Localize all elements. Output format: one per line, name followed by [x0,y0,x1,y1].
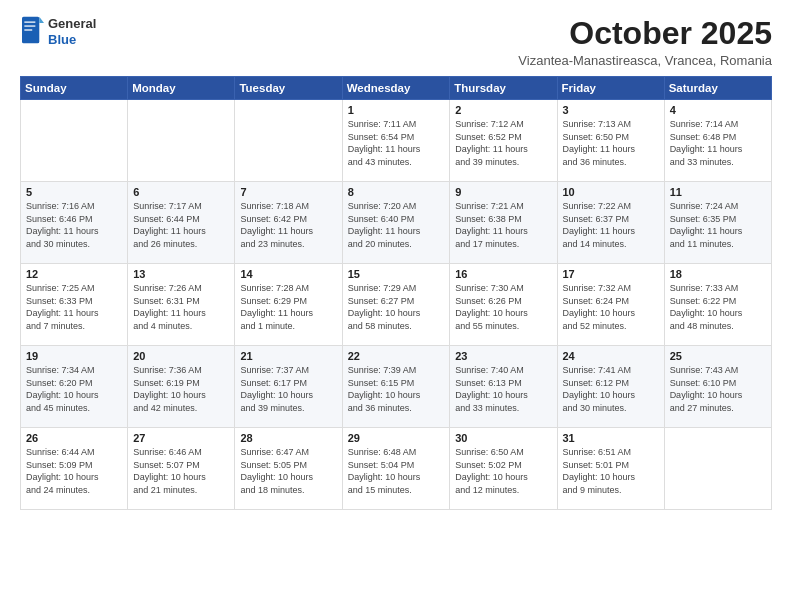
day-info: Sunrise: 7:33 AM Sunset: 6:22 PM Dayligh… [670,282,766,332]
svg-rect-2 [24,21,35,23]
day-number: 8 [348,186,445,198]
day-number: 24 [563,350,659,362]
day-number: 18 [670,268,766,280]
col-tuesday: Tuesday [235,77,342,100]
day-info: Sunrise: 7:26 AM Sunset: 6:31 PM Dayligh… [133,282,229,332]
calendar-cell: 20Sunrise: 7:36 AM Sunset: 6:19 PM Dayli… [128,346,235,428]
day-info: Sunrise: 7:25 AM Sunset: 6:33 PM Dayligh… [26,282,122,332]
day-info: Sunrise: 7:41 AM Sunset: 6:12 PM Dayligh… [563,364,659,414]
calendar-cell: 16Sunrise: 7:30 AM Sunset: 6:26 PM Dayli… [450,264,557,346]
svg-rect-3 [24,25,35,27]
day-number: 29 [348,432,445,444]
calendar-cell: 15Sunrise: 7:29 AM Sunset: 6:27 PM Dayli… [342,264,450,346]
calendar-cell: 31Sunrise: 6:51 AM Sunset: 5:01 PM Dayli… [557,428,664,510]
calendar-cell: 4Sunrise: 7:14 AM Sunset: 6:48 PM Daylig… [664,100,771,182]
day-number: 4 [670,104,766,116]
day-number: 31 [563,432,659,444]
calendar-cell: 2Sunrise: 7:12 AM Sunset: 6:52 PM Daylig… [450,100,557,182]
day-number: 7 [240,186,336,198]
calendar-cell: 28Sunrise: 6:47 AM Sunset: 5:05 PM Dayli… [235,428,342,510]
calendar-cell: 29Sunrise: 6:48 AM Sunset: 5:04 PM Dayli… [342,428,450,510]
day-number: 11 [670,186,766,198]
calendar-cell: 19Sunrise: 7:34 AM Sunset: 6:20 PM Dayli… [21,346,128,428]
day-number: 26 [26,432,122,444]
day-number: 16 [455,268,551,280]
day-info: Sunrise: 7:24 AM Sunset: 6:35 PM Dayligh… [670,200,766,250]
calendar-cell: 17Sunrise: 7:32 AM Sunset: 6:24 PM Dayli… [557,264,664,346]
week-row-3: 12Sunrise: 7:25 AM Sunset: 6:33 PM Dayli… [21,264,772,346]
day-info: Sunrise: 7:37 AM Sunset: 6:17 PM Dayligh… [240,364,336,414]
day-info: Sunrise: 6:50 AM Sunset: 5:02 PM Dayligh… [455,446,551,496]
calendar-cell: 3Sunrise: 7:13 AM Sunset: 6:50 PM Daylig… [557,100,664,182]
calendar-cell: 23Sunrise: 7:40 AM Sunset: 6:13 PM Dayli… [450,346,557,428]
calendar-cell: 9Sunrise: 7:21 AM Sunset: 6:38 PM Daylig… [450,182,557,264]
calendar-cell: 22Sunrise: 7:39 AM Sunset: 6:15 PM Dayli… [342,346,450,428]
day-info: Sunrise: 7:43 AM Sunset: 6:10 PM Dayligh… [670,364,766,414]
calendar-cell: 14Sunrise: 7:28 AM Sunset: 6:29 PM Dayli… [235,264,342,346]
logo-blue-text: Blue [48,32,76,47]
week-row-1: 1Sunrise: 7:11 AM Sunset: 6:54 PM Daylig… [21,100,772,182]
day-number: 2 [455,104,551,116]
day-number: 22 [348,350,445,362]
day-number: 13 [133,268,229,280]
day-number: 19 [26,350,122,362]
calendar-cell: 1Sunrise: 7:11 AM Sunset: 6:54 PM Daylig… [342,100,450,182]
logo: General Blue [20,16,96,48]
day-number: 17 [563,268,659,280]
header: General Blue October 2025 Vizantea-Manas… [20,16,772,68]
calendar-cell: 11Sunrise: 7:24 AM Sunset: 6:35 PM Dayli… [664,182,771,264]
calendar-cell: 30Sunrise: 6:50 AM Sunset: 5:02 PM Dayli… [450,428,557,510]
col-friday: Friday [557,77,664,100]
day-info: Sunrise: 7:36 AM Sunset: 6:19 PM Dayligh… [133,364,229,414]
day-info: Sunrise: 7:30 AM Sunset: 6:26 PM Dayligh… [455,282,551,332]
day-info: Sunrise: 7:22 AM Sunset: 6:37 PM Dayligh… [563,200,659,250]
logo-general-text: General [48,16,96,31]
day-info: Sunrise: 7:29 AM Sunset: 6:27 PM Dayligh… [348,282,445,332]
day-info: Sunrise: 7:17 AM Sunset: 6:44 PM Dayligh… [133,200,229,250]
calendar-cell [21,100,128,182]
calendar-cell: 10Sunrise: 7:22 AM Sunset: 6:37 PM Dayli… [557,182,664,264]
calendar-cell: 27Sunrise: 6:46 AM Sunset: 5:07 PM Dayli… [128,428,235,510]
day-number: 15 [348,268,445,280]
day-info: Sunrise: 6:44 AM Sunset: 5:09 PM Dayligh… [26,446,122,496]
day-info: Sunrise: 7:40 AM Sunset: 6:13 PM Dayligh… [455,364,551,414]
col-sunday: Sunday [21,77,128,100]
day-info: Sunrise: 6:47 AM Sunset: 5:05 PM Dayligh… [240,446,336,496]
day-info: Sunrise: 6:48 AM Sunset: 5:04 PM Dayligh… [348,446,445,496]
calendar-cell: 8Sunrise: 7:20 AM Sunset: 6:40 PM Daylig… [342,182,450,264]
day-info: Sunrise: 7:20 AM Sunset: 6:40 PM Dayligh… [348,200,445,250]
day-number: 20 [133,350,229,362]
calendar-cell [664,428,771,510]
day-number: 27 [133,432,229,444]
day-number: 30 [455,432,551,444]
calendar-cell: 13Sunrise: 7:26 AM Sunset: 6:31 PM Dayli… [128,264,235,346]
calendar-cell: 18Sunrise: 7:33 AM Sunset: 6:22 PM Dayli… [664,264,771,346]
calendar-cell [235,100,342,182]
col-thursday: Thursday [450,77,557,100]
svg-marker-1 [39,17,44,23]
day-number: 12 [26,268,122,280]
day-number: 3 [563,104,659,116]
calendar-cell: 7Sunrise: 7:18 AM Sunset: 6:42 PM Daylig… [235,182,342,264]
calendar-cell: 24Sunrise: 7:41 AM Sunset: 6:12 PM Dayli… [557,346,664,428]
col-monday: Monday [128,77,235,100]
day-info: Sunrise: 7:16 AM Sunset: 6:46 PM Dayligh… [26,200,122,250]
title-section: October 2025 Vizantea-Manastireasca, Vra… [518,16,772,68]
day-number: 23 [455,350,551,362]
day-number: 6 [133,186,229,198]
day-number: 21 [240,350,336,362]
calendar-cell: 21Sunrise: 7:37 AM Sunset: 6:17 PM Dayli… [235,346,342,428]
day-info: Sunrise: 7:11 AM Sunset: 6:54 PM Dayligh… [348,118,445,168]
day-info: Sunrise: 7:14 AM Sunset: 6:48 PM Dayligh… [670,118,766,168]
calendar-cell: 12Sunrise: 7:25 AM Sunset: 6:33 PM Dayli… [21,264,128,346]
day-number: 1 [348,104,445,116]
col-wednesday: Wednesday [342,77,450,100]
day-info: Sunrise: 6:46 AM Sunset: 5:07 PM Dayligh… [133,446,229,496]
svg-rect-4 [24,29,32,31]
day-info: Sunrise: 7:28 AM Sunset: 6:29 PM Dayligh… [240,282,336,332]
location-subtitle: Vizantea-Manastireasca, Vrancea, Romania [518,53,772,68]
week-row-5: 26Sunrise: 6:44 AM Sunset: 5:09 PM Dayli… [21,428,772,510]
calendar-page: General Blue October 2025 Vizantea-Manas… [0,0,792,612]
calendar-table: Sunday Monday Tuesday Wednesday Thursday… [20,76,772,510]
day-info: Sunrise: 7:32 AM Sunset: 6:24 PM Dayligh… [563,282,659,332]
